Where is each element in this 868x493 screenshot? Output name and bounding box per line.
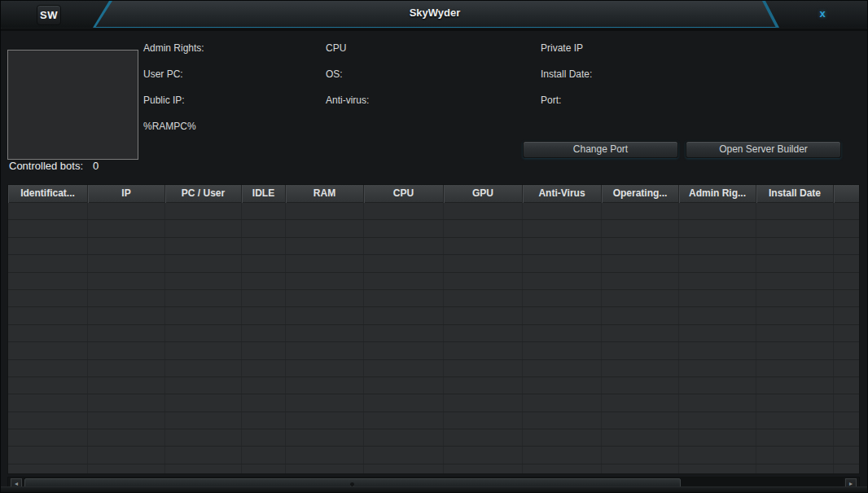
main-panel: Admin Rights: User PC: Public IP: %RAMPC… <box>1 29 868 493</box>
column-header-blank[interactable] <box>834 185 860 203</box>
table-cell <box>8 429 88 446</box>
label-rampc: %RAMPC% <box>143 121 196 132</box>
label-os: OS: <box>326 68 343 80</box>
bot-screen-preview <box>7 50 138 160</box>
label-port: Port: <box>541 95 561 106</box>
table-cell <box>756 220 834 236</box>
table-cell <box>444 412 523 429</box>
column-header-cpu[interactable]: CPU <box>364 185 444 203</box>
column-header-operating[interactable]: Operating... <box>602 185 679 203</box>
column-header-gpu[interactable]: GPU <box>444 185 523 203</box>
table-cell <box>834 429 859 446</box>
table-cell <box>523 360 602 376</box>
table-cell <box>444 273 523 289</box>
table-cell <box>756 394 834 411</box>
app-window: SkyWyder SW x Admin Rights: User PC: Pub… <box>0 0 868 493</box>
table-cell <box>523 447 602 463</box>
table-cell <box>834 307 859 324</box>
column-header-idle[interactable]: IDLE <box>242 185 286 203</box>
table-cell <box>364 255 444 271</box>
table-cell <box>242 325 286 341</box>
table-cell <box>523 290 602 306</box>
table-cell <box>523 464 602 474</box>
table-row <box>8 325 859 342</box>
table-cell <box>242 273 286 289</box>
table-cell <box>444 203 523 219</box>
table-cell <box>242 360 286 376</box>
table-cell <box>523 429 602 446</box>
table-cell <box>286 412 364 429</box>
table-cell <box>88 325 165 341</box>
controlled-bots-count: 0 <box>93 160 99 172</box>
table-cell <box>286 394 364 411</box>
table-cell <box>364 394 444 411</box>
table-cell <box>8 203 88 219</box>
column-header-pc-user[interactable]: PC / User <box>165 185 242 203</box>
table-cell <box>444 447 523 463</box>
table-row <box>8 412 859 429</box>
table-cell <box>165 255 242 271</box>
table-cell <box>602 273 679 289</box>
table-cell <box>286 342 364 359</box>
table-cell <box>756 203 834 219</box>
table-cell <box>523 238 602 254</box>
table-cell <box>834 342 859 359</box>
table-cell <box>165 325 242 341</box>
column-header-identificat[interactable]: Identificat... <box>8 185 88 203</box>
table-cell <box>8 464 88 474</box>
table-cell <box>834 464 859 474</box>
table-cell <box>286 377 364 394</box>
table-row <box>8 360 859 377</box>
table-cell <box>834 238 859 254</box>
table-cell <box>756 255 834 271</box>
table-row <box>8 342 859 359</box>
table-cell <box>679 377 756 394</box>
change-port-button[interactable]: Change Port <box>523 141 678 158</box>
table-cell <box>834 203 859 219</box>
table-cell <box>8 412 88 429</box>
table-cell <box>679 290 756 306</box>
column-header-ip[interactable]: IP <box>88 185 165 203</box>
window-bottom-border <box>1 486 868 492</box>
table-cell <box>364 464 444 474</box>
table-cell <box>756 360 834 376</box>
table-cell <box>756 342 834 359</box>
table-cell <box>88 238 165 254</box>
table-cell <box>756 447 834 463</box>
table-cell <box>242 464 286 474</box>
table-cell <box>679 464 756 474</box>
table-cell <box>756 464 834 474</box>
column-header-install-date[interactable]: Install Date <box>756 185 834 203</box>
table-cell <box>242 238 286 254</box>
table-cell <box>165 447 242 463</box>
table-cell <box>165 290 242 306</box>
table-cell <box>679 238 756 254</box>
table-cell <box>756 290 834 306</box>
table-cell <box>523 255 602 271</box>
table-cell <box>286 203 364 219</box>
table-cell <box>88 203 165 219</box>
table-cell <box>286 238 364 254</box>
column-header-ram[interactable]: RAM <box>286 185 364 203</box>
table-cell <box>242 342 286 359</box>
column-header-admin-rig[interactable]: Admin Rig... <box>679 185 756 203</box>
table-cell <box>286 307 364 324</box>
table-cell <box>444 238 523 254</box>
table-cell <box>286 273 364 289</box>
table-cell <box>834 360 859 376</box>
table-cell <box>286 464 364 474</box>
column-header-anti-virus[interactable]: Anti-Virus <box>523 185 602 203</box>
table-cell <box>88 360 165 376</box>
table-cell <box>834 412 859 429</box>
table-cell <box>8 238 88 254</box>
table-cell <box>523 220 602 236</box>
table-cell <box>679 429 756 446</box>
table-cell <box>88 377 165 394</box>
open-server-builder-button[interactable]: Open Server Builder <box>686 141 841 158</box>
table-cell <box>756 238 834 254</box>
table-cell <box>88 290 165 306</box>
window-title: SkyWyder <box>1 1 868 28</box>
table-cell <box>602 220 679 236</box>
table-cell <box>364 273 444 289</box>
close-button[interactable]: x <box>812 4 833 24</box>
